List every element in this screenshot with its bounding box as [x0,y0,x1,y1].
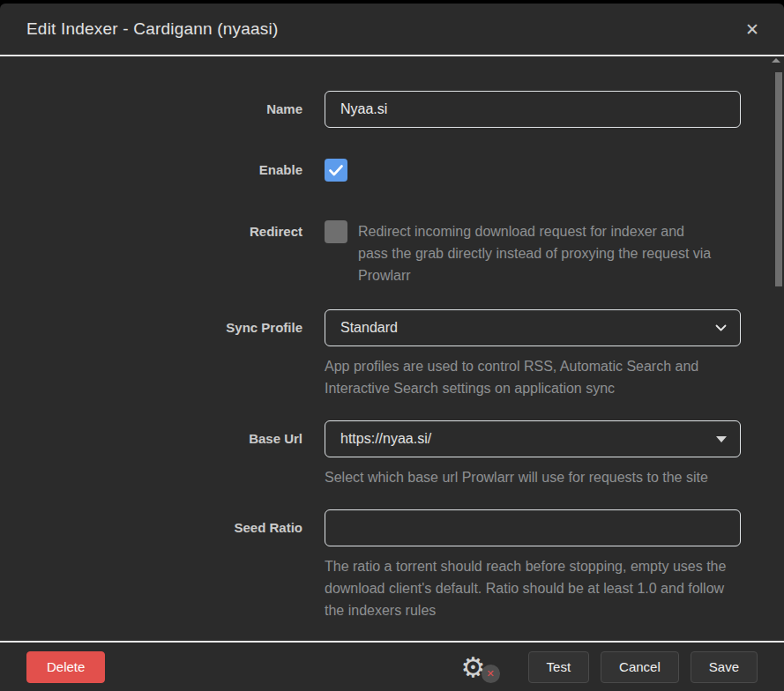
name-input[interactable] [325,91,741,128]
close-icon[interactable]: ✕ [743,19,761,40]
footer-right-group: ⚙ ✕ Test Cancel Save [461,651,758,683]
edit-indexer-modal: Edit Indexer - Cardigann (nyaasi) ✕ Name… [0,4,784,691]
advanced-settings-button[interactable]: ⚙ ✕ [461,651,491,683]
sync-profile-value: Standard [340,320,398,336]
form-row-sync-profile: Sync Profile Standard App profiles are u… [26,309,741,399]
cancel-button[interactable]: Cancel [601,651,679,683]
caret-down-icon [716,436,727,442]
sync-profile-help-text: App profiles are used to control RSS, Au… [325,355,741,399]
redirect-help-text: Redirect incoming download request for i… [358,220,715,286]
seed-ratio-input[interactable] [325,509,741,546]
chevron-down-icon [715,324,727,331]
base-url-help-text: Select which base url Prowlarr will use … [325,466,741,488]
scrollbar-thumb[interactable] [775,72,782,286]
sync-profile-select[interactable]: Standard [325,309,741,346]
sync-profile-label: Sync Profile [26,309,302,346]
test-button[interactable]: Test [528,651,590,683]
form-row-enable: Enable [26,159,741,182]
save-button[interactable]: Save [691,651,758,683]
form-row-redirect: Redirect Redirect incoming download requ… [26,220,741,286]
redirect-checkbox[interactable] [325,220,347,243]
name-label: Name [26,91,302,128]
redirect-label: Redirect [26,220,302,243]
modal-body: Name Enable Redirect Redirect incoming d… [0,56,784,641]
base-url-label: Base Url [26,420,302,457]
advanced-off-badge-icon: ✕ [482,665,500,683]
form-row-base-url: Base Url https://nyaa.si/ Select which b… [26,420,741,488]
seed-ratio-help-text: The ratio a torrent should reach before … [325,555,730,621]
base-url-value: https://nyaa.si/ [340,431,431,447]
scrollbar-up-arrow[interactable] [772,58,780,63]
form-row-name: Name [26,91,741,128]
check-icon [329,165,343,176]
enable-checkbox[interactable] [325,159,347,182]
modal-footer: Delete ⚙ ✕ Test Cancel Save [0,641,784,691]
seed-ratio-label: Seed Ratio [26,509,302,546]
modal-header: Edit Indexer - Cardigann (nyaasi) ✕ [0,4,784,56]
page-title: Edit Indexer - Cardigann (nyaasi) [26,19,278,39]
form-row-seed-ratio: Seed Ratio The ratio a torrent should re… [26,509,741,621]
enable-label: Enable [26,159,302,182]
base-url-select[interactable]: https://nyaa.si/ [325,420,741,457]
delete-button[interactable]: Delete [26,651,105,683]
